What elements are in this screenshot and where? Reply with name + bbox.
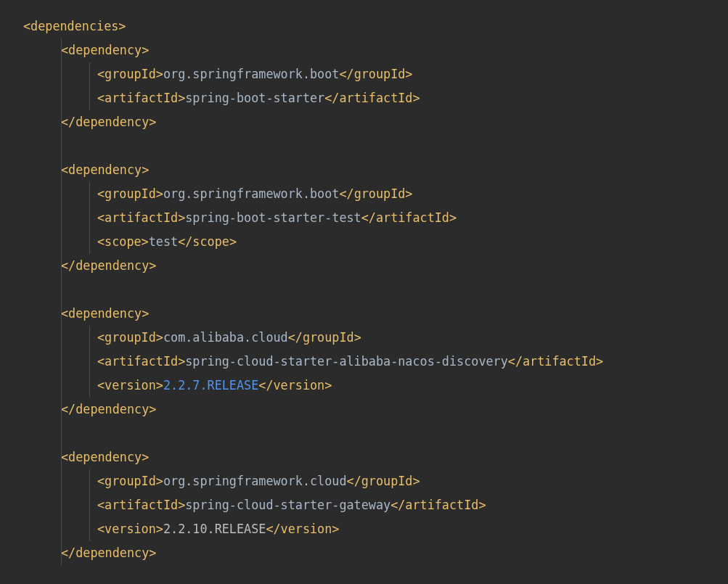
indent-guide xyxy=(61,86,62,110)
xml-text: com.alibaba.cloud xyxy=(163,330,288,345)
xml-tag: </groupId> xyxy=(339,186,412,201)
line-content: <version>2.2.7.RELEASE</version> xyxy=(97,378,332,392)
indent-guide xyxy=(61,62,62,86)
xml-leaf-artifactId: <artifactId>spring-cloud-starter-alibaba… xyxy=(0,350,728,374)
indent-guide xyxy=(61,278,62,302)
xml-tag: </groupId> xyxy=(288,330,361,345)
xml-leaf-scope: <scope>test</scope> xyxy=(0,230,728,254)
xml-tag: </version> xyxy=(258,378,332,392)
indent-guide xyxy=(89,350,90,374)
indent-guide xyxy=(89,182,90,206)
blank-line xyxy=(0,278,728,302)
line-content: <dependency> xyxy=(61,43,149,57)
xml-text: 2.2.7.RELEASE xyxy=(163,378,258,392)
line-content: <artifactId>spring-cloud-starter-alibaba… xyxy=(97,354,603,369)
xml-tag: <groupId> xyxy=(97,186,163,201)
indent-guide xyxy=(89,206,90,230)
blank-line xyxy=(0,421,728,445)
dependency-close: </dependency> xyxy=(0,398,728,421)
indent-guide xyxy=(61,326,62,350)
indent-guide xyxy=(61,469,62,493)
xml-leaf-groupId: <groupId>org.springframework.boot</group… xyxy=(0,182,728,206)
xml-text: 2.2.10.RELEASE xyxy=(163,522,266,536)
indent-guide xyxy=(61,445,62,469)
dependency-close: </dependency> xyxy=(0,541,728,565)
xml-tag: </artifactId> xyxy=(390,498,486,512)
indent-guide xyxy=(89,62,90,86)
dependency-close: </dependency> xyxy=(0,110,728,134)
indent-guide xyxy=(61,134,62,158)
line-content: <dependency> xyxy=(61,306,149,321)
xml-tag: </artifactId> xyxy=(361,210,457,225)
indent-guide xyxy=(61,421,62,445)
indent-guide xyxy=(61,541,62,565)
blank-line xyxy=(0,134,728,158)
indent-guide xyxy=(61,110,62,134)
xml-tag: <version> xyxy=(97,378,163,392)
indent-guide xyxy=(89,326,90,350)
indent-guide xyxy=(89,374,90,398)
xml-tag: </artifactId> xyxy=(324,91,420,105)
indent-guide xyxy=(61,398,62,421)
line-content: <artifactId>spring-cloud-starter-gateway… xyxy=(97,498,486,512)
dependency-open: <dependency> xyxy=(0,445,728,469)
xml-tag: </groupId> xyxy=(347,474,420,488)
indent-guide xyxy=(61,517,62,541)
xml-text: test xyxy=(149,234,178,249)
xml-tag: <groupId> xyxy=(97,330,163,345)
xml-tag: </version> xyxy=(266,522,339,536)
line-content: </dependency> xyxy=(61,115,156,129)
dependency-close: </dependency> xyxy=(0,254,728,278)
indent-guide xyxy=(89,86,90,110)
xml-tag: <artifactId> xyxy=(97,498,185,512)
xml-text: spring-boot-starter-test xyxy=(185,210,361,225)
indent-guide xyxy=(61,182,62,206)
xml-leaf-version: <version>2.2.10.RELEASE</version> xyxy=(0,517,728,541)
xml-leaf-artifactId: <artifactId>spring-cloud-starter-gateway… xyxy=(0,493,728,517)
indent-guide xyxy=(89,493,90,517)
xml-tag: </dependency> xyxy=(61,402,156,416)
xml-tag: <scope> xyxy=(97,234,149,249)
indent-guide xyxy=(61,206,62,230)
xml-tag: </groupId> xyxy=(339,67,412,81)
indent-guide xyxy=(61,350,62,374)
xml-tag: <artifactId> xyxy=(97,210,185,225)
xml-leaf-artifactId: <artifactId>spring-boot-starter-test</ar… xyxy=(0,206,728,230)
line-content: <groupId>org.springframework.cloud</grou… xyxy=(97,474,420,488)
xml-text: org.springframework.boot xyxy=(163,186,339,201)
indent-guide xyxy=(89,517,90,541)
dependency-open: <dependency> xyxy=(0,302,728,326)
line-content: </dependency> xyxy=(61,546,156,560)
indent-guide xyxy=(61,38,62,62)
line-content: <groupId>org.springframework.boot</group… xyxy=(97,67,412,81)
line-content: <dependencies> xyxy=(23,19,126,33)
root-open: <dependencies> xyxy=(0,15,728,38)
xml-code-viewer: <dependencies><dependency><groupId>org.s… xyxy=(0,0,728,565)
xml-leaf-groupId: <groupId>org.springframework.boot</group… xyxy=(0,62,728,86)
line-content: <scope>test</scope> xyxy=(97,234,237,249)
line-content: <artifactId>spring-boot-starter-test</ar… xyxy=(97,210,457,225)
xml-leaf-groupId: <groupId>org.springframework.cloud</grou… xyxy=(0,469,728,493)
xml-tag: <artifactId> xyxy=(97,354,185,369)
indent-guide xyxy=(61,254,62,278)
xml-tag: <artifactId> xyxy=(97,91,185,105)
xml-text: spring-cloud-starter-gateway xyxy=(185,498,390,512)
line-content: <version>2.2.10.RELEASE</version> xyxy=(97,522,339,536)
indent-guide xyxy=(61,374,62,398)
xml-tag: <version> xyxy=(97,522,163,536)
dependency-open: <dependency> xyxy=(0,38,728,62)
indent-guide xyxy=(61,158,62,182)
indent-guide xyxy=(61,230,62,254)
xml-tag: <dependencies> xyxy=(23,19,126,33)
line-content: <artifactId>spring-boot-starter</artifac… xyxy=(97,91,420,105)
xml-tag: </scope> xyxy=(178,234,237,249)
line-content: <dependency> xyxy=(61,450,149,464)
xml-text: spring-cloud-starter-alibaba-nacos-disco… xyxy=(185,354,508,369)
xml-tag: </dependency> xyxy=(61,258,156,273)
line-content: <groupId>com.alibaba.cloud</groupId> xyxy=(97,330,361,345)
xml-leaf-groupId: <groupId>com.alibaba.cloud</groupId> xyxy=(0,326,728,350)
xml-text: org.springframework.boot xyxy=(163,67,339,81)
xml-tag: </artifactId> xyxy=(508,354,603,369)
xml-tag: <dependency> xyxy=(61,43,149,57)
indent-guide xyxy=(89,230,90,254)
